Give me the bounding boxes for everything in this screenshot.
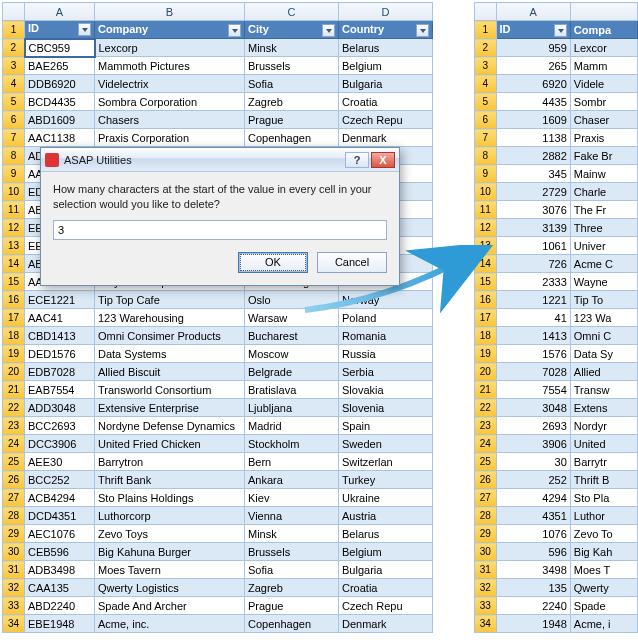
table-row[interactable]: 17AAC41123 WarehousingWarsawPoland	[3, 309, 433, 327]
cell[interactable]: The Fr	[570, 201, 637, 219]
cell[interactable]: 135	[496, 579, 570, 597]
row-header[interactable]: 5	[3, 93, 25, 111]
cell[interactable]: Acme, i	[570, 615, 637, 633]
table-row[interactable]: 31ADB3498Moes TavernSofiaBulgaria	[3, 561, 433, 579]
cell[interactable]: Oslo	[245, 291, 339, 309]
table-row[interactable]: 18CBD1413Omni Consimer ProductsBucharest…	[3, 327, 433, 345]
table-row[interactable]: 34EBE1948Acme, inc.CopenhagenDenmark	[3, 615, 433, 633]
cell[interactable]: Romania	[339, 327, 433, 345]
row-header[interactable]: 20	[3, 363, 25, 381]
cell[interactable]: Spade	[570, 597, 637, 615]
cell[interactable]: 4435	[496, 93, 570, 111]
cell[interactable]: 7554	[496, 381, 570, 399]
cell[interactable]: Bern	[245, 453, 339, 471]
cell[interactable]: Allied	[570, 363, 637, 381]
row-header[interactable]: 14	[3, 255, 25, 273]
table-row[interactable]: 341948Acme, i	[475, 615, 638, 633]
cell[interactable]: Thrift Bank	[95, 471, 245, 489]
cell[interactable]: 596	[496, 543, 570, 561]
cell[interactable]: Zevo To	[570, 525, 637, 543]
select-all-corner[interactable]	[475, 3, 497, 21]
cell[interactable]: Lexcorp	[95, 39, 245, 57]
row-header[interactable]: 22	[3, 399, 25, 417]
cell[interactable]: EBE1948	[25, 615, 95, 633]
row-header[interactable]: 12	[3, 219, 25, 237]
table-row[interactable]: 22ADD3048Extensive EnterpriseLjubljanaSl…	[3, 399, 433, 417]
table-row[interactable]: 131061Univer	[475, 237, 638, 255]
row-header[interactable]: 6	[475, 111, 497, 129]
table-row[interactable]: 32135Qwerty	[475, 579, 638, 597]
cell[interactable]: Moes T	[570, 561, 637, 579]
cell[interactable]: Barrytron	[95, 453, 245, 471]
cell[interactable]: Warsaw	[245, 309, 339, 327]
cell[interactable]: Czech Repu	[339, 111, 433, 129]
row-header[interactable]: 32	[3, 579, 25, 597]
table-row[interactable]: 23BCC2693Nordyne Defense DynamicsMadridS…	[3, 417, 433, 435]
table-row[interactable]: 26BCC252Thrift BankAnkaraTurkey	[3, 471, 433, 489]
table-row[interactable]: 24DCC3906United Fried ChickenStockholmSw…	[3, 435, 433, 453]
table-row[interactable]: 4DDB6920VidelectrixSofiaBulgaria	[3, 75, 433, 93]
cell[interactable]: Turkey	[339, 471, 433, 489]
row-header[interactable]: 33	[3, 597, 25, 615]
cell[interactable]: Omni Consimer Products	[95, 327, 245, 345]
cell[interactable]: Sombr	[570, 93, 637, 111]
row-header[interactable]: 23	[3, 417, 25, 435]
cell[interactable]: Ukraine	[339, 489, 433, 507]
row-header[interactable]: 10	[3, 183, 25, 201]
row-header[interactable]: 2	[3, 39, 25, 57]
row-header[interactable]: 9	[3, 165, 25, 183]
cell[interactable]: 123 Warehousing	[95, 309, 245, 327]
table-header-id[interactable]: ID	[496, 21, 570, 39]
row-header[interactable]: 13	[3, 237, 25, 255]
cell[interactable]: Czech Repu	[339, 597, 433, 615]
table-row[interactable]: 3265Mamm	[475, 57, 638, 75]
row-header[interactable]: 26	[475, 471, 497, 489]
row-header[interactable]: 1	[3, 21, 25, 39]
cell[interactable]: CAA135	[25, 579, 95, 597]
cell[interactable]: ACB4294	[25, 489, 95, 507]
cell[interactable]: Sofia	[245, 75, 339, 93]
cell[interactable]: 1061	[496, 237, 570, 255]
cell[interactable]: Sto Pla	[570, 489, 637, 507]
row-header[interactable]: 9	[475, 165, 497, 183]
table-row[interactable]: 54435Sombr	[475, 93, 638, 111]
row-header[interactable]: 24	[3, 435, 25, 453]
cell[interactable]: 3076	[496, 201, 570, 219]
row-header[interactable]: 13	[475, 237, 497, 255]
table-header-city[interactable]: City	[245, 21, 339, 39]
table-row[interactable]: 2530Barrytr	[475, 453, 638, 471]
cell[interactable]: 345	[496, 165, 570, 183]
row-header[interactable]: 29	[3, 525, 25, 543]
cell[interactable]: Spade And Archer	[95, 597, 245, 615]
cell[interactable]: CBC959	[25, 39, 95, 57]
cell[interactable]: Stockholm	[245, 435, 339, 453]
cell[interactable]: Austria	[339, 507, 433, 525]
cell[interactable]: Serbia	[339, 363, 433, 381]
cell[interactable]: Sombra Corporation	[95, 93, 245, 111]
row-header[interactable]: 22	[475, 399, 497, 417]
cell[interactable]: Data Systems	[95, 345, 245, 363]
cell[interactable]: EDB7028	[25, 363, 95, 381]
cell[interactable]: Belgrade	[245, 363, 339, 381]
cell[interactable]: 265	[496, 57, 570, 75]
cell[interactable]: Denmark	[339, 615, 433, 633]
cell[interactable]: Videle	[570, 75, 637, 93]
dialog-titlebar[interactable]: ASAP Utilities ? X	[41, 148, 399, 172]
cell[interactable]: Sofia	[245, 561, 339, 579]
filter-dropdown-icon[interactable]	[554, 24, 567, 37]
row-header[interactable]: 31	[3, 561, 25, 579]
row-header[interactable]: 1	[475, 21, 497, 39]
row-header[interactable]: 30	[475, 543, 497, 561]
cell[interactable]: 3906	[496, 435, 570, 453]
cell[interactable]: Zevo Toys	[95, 525, 245, 543]
cell[interactable]: 2240	[496, 597, 570, 615]
table-row[interactable]: 20EDB7028Allied BiscuitBelgradeSerbia	[3, 363, 433, 381]
cell[interactable]: Belgium	[339, 543, 433, 561]
close-button[interactable]: X	[371, 152, 395, 168]
cell[interactable]: Ljubljana	[245, 399, 339, 417]
cell[interactable]: Chasers	[95, 111, 245, 129]
cell[interactable]: ABD2240	[25, 597, 95, 615]
filter-dropdown-icon[interactable]	[416, 24, 429, 37]
cell[interactable]: CEB596	[25, 543, 95, 561]
cell[interactable]: 3139	[496, 219, 570, 237]
